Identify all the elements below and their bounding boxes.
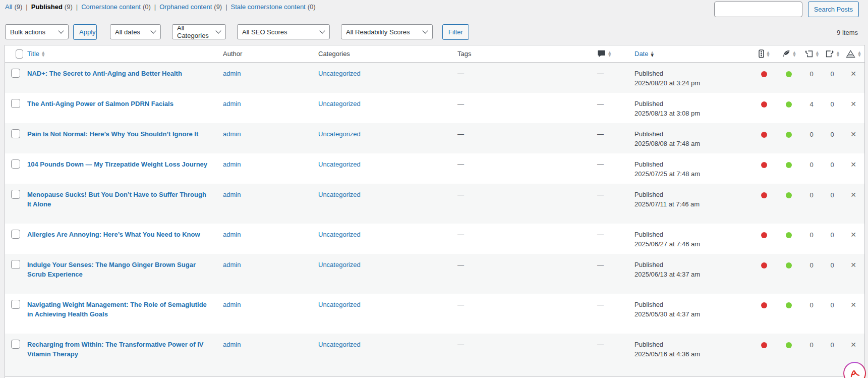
tags-value: —: [453, 334, 595, 376]
column-header-date[interactable]: Date ▲▼: [625, 50, 751, 58]
column-header-title[interactable]: Title ▲▼: [23, 50, 218, 58]
category-link[interactable]: Uncategorized: [318, 231, 361, 238]
bulk-actions-select[interactable]: Bulk actions: [5, 24, 69, 39]
category-link[interactable]: Uncategorized: [318, 261, 361, 268]
row-checkbox[interactable]: [11, 190, 20, 199]
view-stale-cornerstone-link[interactable]: Stale cornerstone content: [231, 3, 306, 11]
view-cornerstone-link[interactable]: Cornerstone content: [81, 3, 141, 11]
select-all-checkbox[interactable]: [16, 49, 23, 59]
apply-button[interactable]: Apply: [73, 24, 97, 40]
tags-value: —: [453, 254, 595, 294]
author-link[interactable]: admin: [223, 341, 241, 348]
seo-scores-filter-select[interactable]: All SEO Scores: [237, 24, 330, 39]
post-title-link[interactable]: Navigating Weight Management: The Role o…: [27, 301, 207, 318]
view-all-link[interactable]: All: [5, 3, 12, 11]
search-input[interactable]: [714, 2, 802, 17]
author-link[interactable]: admin: [223, 261, 241, 268]
row-checkbox[interactable]: [11, 340, 20, 349]
category-link[interactable]: Uncategorized: [318, 191, 361, 198]
post-status: Published: [634, 260, 751, 269]
date-cell: Published 2025/06/13 at 4:37 am: [625, 254, 751, 294]
dates-filter-select[interactable]: All dates: [110, 24, 161, 39]
links-count: 0: [801, 184, 822, 224]
readability-scores-filter-select[interactable]: All Readability Scores: [341, 24, 433, 39]
date-cell: Published 2025/05/30 at 4:37 am: [625, 294, 751, 334]
cornerstone-mark: ✕: [842, 184, 864, 224]
row-checkbox[interactable]: [11, 69, 20, 78]
post-title-link[interactable]: Allergies Are Annoying: Here’s What You …: [27, 231, 200, 238]
row-checkbox[interactable]: [11, 159, 20, 169]
table-row: Pain Is Not Normal: Here’s Why You Shoul…: [5, 123, 864, 153]
view-published-count: (9): [65, 3, 73, 11]
comments-value: —: [595, 184, 625, 224]
cornerstone-mark: ✕: [842, 63, 864, 93]
posts-table: Title ▲▼ Author Categories Tags ▲▼ Date …: [5, 45, 865, 378]
post-title-link[interactable]: NAD+: The Secret to Anti-Aging and Bette…: [27, 70, 182, 77]
row-checkbox[interactable]: [11, 99, 20, 108]
post-title-link[interactable]: Recharging from Within: The Transformati…: [27, 341, 203, 358]
linked-count: 0: [822, 93, 842, 123]
comments-value: —: [595, 123, 625, 153]
view-published-current[interactable]: Published: [31, 3, 63, 11]
sort-arrows-icon: ▲▼: [42, 51, 44, 57]
author-link[interactable]: admin: [223, 301, 241, 308]
column-header-links[interactable]: ▲▼: [801, 49, 822, 58]
post-date: 2025/08/08 at 7:48 am: [634, 139, 751, 148]
author-link[interactable]: admin: [223, 160, 241, 168]
post-status: Published: [634, 159, 751, 169]
post-date: 2025/07/11 at 7:46 am: [634, 199, 751, 209]
column-header-linked[interactable]: ▲▼: [822, 49, 842, 58]
category-link[interactable]: Uncategorized: [318, 70, 361, 77]
category-link[interactable]: Uncategorized: [318, 100, 361, 107]
post-status: Published: [634, 230, 751, 239]
row-actions-spacer: [27, 239, 209, 249]
cornerstone-mark: ✕: [842, 153, 864, 184]
column-header-cornerstone[interactable]: ▲▼: [842, 50, 864, 58]
column-header-seo-score[interactable]: ▲▼: [751, 49, 777, 58]
linked-count: 0: [822, 123, 842, 153]
row-checkbox[interactable]: [11, 129, 20, 138]
category-link[interactable]: Uncategorized: [318, 341, 361, 348]
category-link[interactable]: Uncategorized: [318, 301, 361, 308]
seo-score-dot: [761, 71, 767, 77]
row-actions-spacer: [27, 359, 209, 368]
post-title-link[interactable]: The Anti-Aging Power of Salmon PDRN Faci…: [27, 100, 173, 107]
author-link[interactable]: admin: [223, 130, 241, 138]
links-count: 0: [801, 254, 822, 294]
view-orphaned-link[interactable]: Orphaned content: [159, 3, 212, 11]
row-checkbox[interactable]: [11, 300, 20, 309]
comments-value: —: [595, 153, 625, 184]
view-stale-cornerstone-count: (0): [308, 3, 316, 11]
seo-score-dot: [761, 101, 767, 107]
linked-count: 0: [822, 294, 842, 334]
author-link[interactable]: admin: [223, 100, 241, 107]
author-link[interactable]: admin: [223, 70, 241, 77]
links-count: 0: [801, 294, 822, 334]
post-date: 2025/06/27 at 7:46 am: [634, 239, 751, 249]
row-checkbox[interactable]: [11, 230, 20, 239]
post-title-link[interactable]: 104 Pounds Down — My Tirzepatide Weight …: [27, 160, 207, 168]
post-date: 2025/08/13 at 3:08 pm: [634, 109, 751, 118]
author-link[interactable]: admin: [223, 191, 241, 198]
category-link[interactable]: Uncategorized: [318, 130, 361, 138]
post-title-link[interactable]: Indulge Your Senses: The Mango Ginger Br…: [27, 261, 196, 278]
category-link[interactable]: Uncategorized: [318, 160, 361, 168]
seo-score-dot: [761, 262, 767, 268]
filter-button[interactable]: Filter: [442, 24, 469, 40]
linked-count: 0: [822, 153, 842, 184]
cornerstone-mark: ✕: [842, 93, 864, 123]
tags-value: —: [453, 63, 595, 93]
readability-score-dot: [786, 132, 792, 138]
tags-value: —: [453, 123, 595, 153]
categories-filter-select[interactable]: All Categories: [172, 24, 226, 39]
column-header-readability-score[interactable]: ▲▼: [777, 49, 801, 58]
post-title-link[interactable]: Menopause Sucks! But You Don’t Have to S…: [27, 191, 206, 208]
post-title-link[interactable]: Pain Is Not Normal: Here’s Why You Shoul…: [27, 130, 198, 138]
author-link[interactable]: admin: [223, 231, 241, 238]
search-posts-button[interactable]: Search Posts: [808, 2, 859, 17]
seo-score-dot: [761, 232, 767, 238]
row-checkbox[interactable]: [11, 260, 20, 269]
column-header-comments[interactable]: ▲▼: [595, 49, 625, 58]
search-box: Search Posts: [714, 2, 859, 17]
posts-table-body: NAD+: The Secret to Anti-Aging and Bette…: [5, 63, 864, 376]
